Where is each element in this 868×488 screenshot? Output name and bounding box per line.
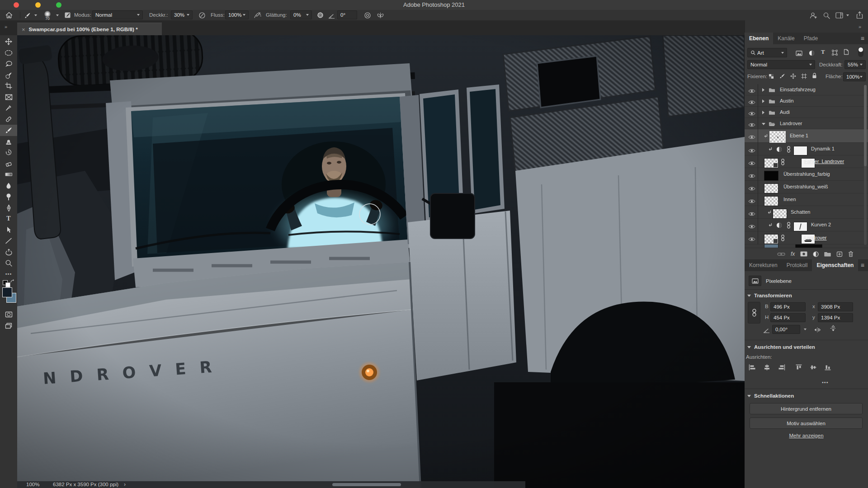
brush-tool-preset[interactable] [22,10,33,20]
smoothing-select[interactable]: 0% [290,10,312,19]
brush-tool[interactable] [0,125,17,136]
share-document-button[interactable] [807,10,819,20]
filter-type-layers[interactable]: T [821,48,825,56]
layers-scrollbar-thumb[interactable] [864,85,867,166]
visibility-toggle[interactable] [748,172,755,180]
delete-layer-icon[interactable] [848,251,854,257]
remove-background-button[interactable]: Hintergrund entfernen [750,403,863,414]
panel-menu-icon[interactable]: ≡ [861,262,864,269]
rotation-chevron[interactable] [804,328,807,330]
blur-tool[interactable] [0,180,17,191]
quick-actions-header[interactable]: Schnellaktionen [747,393,794,399]
layer-thumbnail[interactable] [764,171,778,181]
visibility-toggle[interactable] [748,147,755,155]
rotate-view-tool[interactable] [0,247,17,258]
layer-thumbnail[interactable] [764,196,778,206]
brush-settings-panel-toggle[interactable] [61,10,73,20]
smart-object-thumbnail[interactable] [764,158,778,168]
align-top-button[interactable] [796,364,803,372]
history-brush-tool[interactable] [0,147,17,158]
align-more-button[interactable]: ••• [822,380,829,385]
quick-mask-button[interactable] [0,309,17,320]
tab-kanaele[interactable]: Kanäle [773,33,799,44]
flip-horizontal-button[interactable] [814,326,821,334]
opacity-select[interactable]: 30% [171,10,193,19]
marquee-tool[interactable] [0,47,17,58]
visibility-toggle[interactable] [748,223,755,231]
select-subject-button[interactable]: Motiv auswählen [750,418,863,429]
visibility-toggle[interactable] [748,235,755,244]
layer-row-ueberstrahlung-farbig[interactable]: Überstrahlung_farbig [745,168,868,181]
zoom-level-field[interactable]: 100% [26,482,39,487]
x-field[interactable]: 3908 Px [818,302,853,311]
layer-row-kurven2[interactable]: Kurven 2 [745,219,868,231]
layer-filter-select[interactable]: Art [747,48,787,57]
crop-tool[interactable] [0,80,17,91]
expand-chevron-icon[interactable] [762,111,764,114]
layer-row-schatten[interactable]: Schatten [745,206,868,219]
align-section-header[interactable]: Ausrichten und verteilen [747,344,815,350]
layer-thumbnail[interactable] [773,209,787,219]
brush-preset-chevron[interactable] [34,14,37,16]
new-layer-icon[interactable] [836,251,843,257]
filter-adjustment-layers[interactable] [809,50,815,58]
brush-size-preview[interactable]: 70 [42,10,53,20]
visibility-toggle[interactable] [748,210,755,218]
horizontal-scrollbar-thumb[interactable] [332,483,401,486]
show-more-link[interactable]: Mehr anzeigen [745,433,868,438]
swap-colors-button[interactable] [3,279,14,286]
brush-size-chevron[interactable] [56,14,59,16]
size-pressure-toggle[interactable] [362,10,373,20]
layer-row-austin[interactable]: Austin [745,95,868,107]
panel-collapse[interactable]: » [859,24,861,29]
mask-thumbnail[interactable] [793,146,807,155]
home-button[interactable] [2,10,16,20]
close-tab-icon[interactable]: × [22,26,25,33]
layer-thumbnail[interactable] [769,131,786,143]
canvas-viewport[interactable]: N D R O V E R [17,35,745,488]
link-layers-icon[interactable] [777,252,785,256]
dodge-tool[interactable] [0,191,17,202]
workspace-switcher[interactable] [833,10,845,20]
eyedropper-tool[interactable] [0,103,17,113]
flip-vertical-button[interactable] [830,325,836,333]
visibility-toggle[interactable] [748,99,755,107]
layer-row-landrover-so[interactable]: Landrover [745,231,868,244]
frame-tool[interactable] [0,92,17,103]
document-tab[interactable]: × Swampcar.psd bei 100% (Ebene 1, RGB/8)… [17,23,162,36]
layers-scrollbar[interactable] [864,85,867,245]
path-selection-tool[interactable] [0,225,17,235]
healing-brush-tool[interactable] [0,114,17,125]
zoom-tool[interactable] [0,258,17,268]
lock-artboard-button[interactable] [801,73,807,81]
lock-all-button[interactable] [812,72,817,80]
align-middle-v-button[interactable] [810,364,818,372]
airbrush-toggle[interactable] [251,10,263,20]
panel-menu-icon[interactable]: ≡ [861,35,864,42]
filter-shape-layers[interactable] [832,49,838,57]
layer-row-dynamik1[interactable]: Dynamik 1 [745,143,868,155]
brush-angle-field[interactable]: 0° [337,10,357,19]
add-mask-icon[interactable] [800,251,807,257]
height-field[interactable]: 454 Px [770,313,806,322]
tab-protokoll[interactable]: Protokoll [782,259,812,271]
smoothing-options-button[interactable] [315,10,326,20]
visibility-toggle[interactable] [748,121,755,129]
screen-mode-button[interactable] [0,320,17,331]
tab-pfade[interactable]: Pfade [799,33,822,44]
layer-row-ebene1[interactable]: Ebene 1 [745,129,868,143]
align-right-button[interactable] [778,364,785,372]
foreground-color-swatch[interactable] [2,287,12,297]
layer-row-audi[interactable]: Audi [745,107,868,118]
type-tool[interactable]: T [0,213,17,224]
gradient-tool[interactable] [0,169,17,180]
layer-thumbnail[interactable] [764,183,778,193]
new-group-icon[interactable] [824,251,831,257]
align-bottom-button[interactable] [825,364,832,372]
rotation-select[interactable]: 0,00° [772,325,800,334]
pen-tool[interactable] [0,202,17,213]
expand-chevron-icon[interactable] [762,99,764,103]
mode-select[interactable]: Normal [92,10,143,19]
line-tool[interactable] [0,235,17,246]
search-button[interactable] [821,10,832,20]
